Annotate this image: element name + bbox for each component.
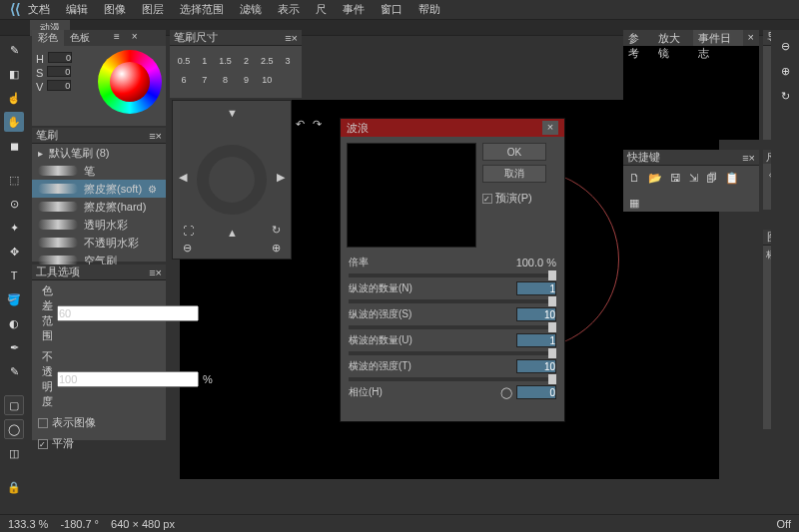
text-tool-icon[interactable]: T	[4, 266, 24, 285]
grid-icon[interactable]: ▦	[629, 197, 639, 210]
phase-input[interactable]	[516, 385, 556, 399]
open-file-icon[interactable]: 📂	[648, 172, 662, 185]
ok-button[interactable]: OK	[482, 143, 546, 161]
statusbar: 133.3 % -180.7 ° 640 × 480 px Off	[0, 514, 799, 532]
nav-ring[interactable]	[197, 145, 267, 215]
hand-tool-icon[interactable]: ✋	[4, 112, 24, 132]
fuzziness-input[interactable]	[57, 305, 199, 321]
tab-magnifier[interactable]: 放大镜	[653, 30, 693, 46]
undo-icon[interactable]: ↶	[296, 118, 305, 131]
brush-tool-icon[interactable]: ✎	[4, 40, 24, 60]
nav-down-icon[interactable]: ▲	[227, 227, 238, 239]
fill-tool-icon[interactable]: 🪣	[4, 289, 24, 309]
move-tool-icon[interactable]: ✥	[4, 242, 24, 262]
close-icon[interactable]: ×	[542, 121, 558, 135]
color-panel: 彩色 色板 ≡× H S V	[32, 30, 166, 126]
nav-rotate-icon[interactable]: ↻	[272, 224, 281, 237]
rotate-icon[interactable]: ↻	[775, 86, 795, 106]
menu-event[interactable]: 事件	[335, 2, 373, 17]
menu-view[interactable]: 表示	[270, 2, 308, 17]
pen-tool-icon[interactable]: ✒	[4, 337, 24, 357]
menu-image[interactable]: 图像	[96, 2, 134, 17]
nav-up-icon[interactable]: ▼	[227, 107, 238, 119]
close-icon[interactable]: ×	[126, 30, 144, 46]
eyedropper-tool-icon[interactable]: ✎	[4, 361, 24, 381]
scale-slider[interactable]	[349, 273, 556, 277]
close-icon[interactable]: ×	[156, 266, 162, 278]
shape-rect-icon[interactable]: ▢	[4, 395, 24, 415]
dialog-title: 波浪	[347, 121, 369, 136]
reference-panel: 参考 放大镜 事件日志 ×	[623, 30, 759, 140]
shortcuts-panel: 快捷键≡× 🗋 📂 🖫 ⇲ 🗐 📋 ▦	[623, 150, 759, 212]
hlen-input[interactable]	[516, 359, 556, 373]
vlen-slider[interactable]	[349, 325, 556, 329]
close-icon[interactable]: ×	[292, 32, 298, 44]
eraser-tool-icon[interactable]: ◧	[4, 64, 24, 84]
gradient-tool-icon[interactable]: ◐	[4, 313, 24, 333]
export-icon[interactable]: ⇲	[689, 172, 698, 185]
close-icon[interactable]: ×	[743, 30, 759, 46]
menu-filter[interactable]: 滤镜	[232, 2, 270, 17]
panel-menu-icon[interactable]: ≡	[108, 30, 126, 46]
redo-icon[interactable]: ↷	[313, 118, 322, 131]
zoom-in-icon[interactable]: ⊕	[775, 61, 795, 81]
nav-fit-icon[interactable]: ⛶	[183, 225, 194, 237]
zoom-in-icon[interactable]: ⊕	[272, 242, 281, 255]
crop-tool-icon[interactable]: ◫	[4, 443, 24, 463]
tab-reference[interactable]: 参考	[623, 30, 653, 46]
lock-icon[interactable]: 🔒	[4, 477, 24, 497]
marquee-tool-icon[interactable]: ⬚	[4, 170, 24, 190]
h-input[interactable]	[48, 52, 72, 63]
close-icon[interactable]: ×	[156, 130, 162, 142]
fg-bg-swatch[interactable]: ◼	[4, 136, 24, 156]
brush-item[interactable]: 擦皮擦(hard)	[32, 198, 166, 216]
smudge-tool-icon[interactable]: ☝	[4, 88, 24, 108]
smooth-checkbox[interactable]	[38, 439, 48, 449]
vcount-input[interactable]	[516, 281, 556, 295]
hlen-slider[interactable]	[349, 377, 556, 381]
opacity-input[interactable]	[57, 371, 199, 387]
copy-icon[interactable]: 🗐	[706, 172, 717, 185]
tab-swatches[interactable]: 色板	[64, 30, 96, 46]
menu-ruler[interactable]: 尺	[308, 2, 335, 17]
nav-right-icon[interactable]: ▶	[277, 171, 285, 184]
vlen-input[interactable]	[516, 307, 556, 321]
brush-size-grid[interactable]: 0.511.522.53 678910	[170, 46, 302, 95]
menu-select[interactable]: 选择范围	[172, 2, 232, 17]
tab-event-log[interactable]: 事件日志	[693, 30, 743, 46]
new-file-icon[interactable]: 🗋	[629, 172, 640, 185]
phase-dial-icon[interactable]: ◯	[500, 386, 512, 399]
nav-left-icon[interactable]: ◀	[179, 171, 187, 184]
h-label: H	[36, 52, 44, 66]
show-image-checkbox[interactable]	[38, 418, 48, 428]
preview-checkbox[interactable]	[482, 194, 492, 204]
menu-help[interactable]: 帮助	[410, 2, 448, 17]
brush-item[interactable]: 不透明水彩	[32, 234, 166, 252]
save-icon[interactable]: 🖫	[670, 172, 681, 185]
cancel-button[interactable]: 取消	[482, 165, 546, 183]
brush-item[interactable]: 透明水彩	[32, 216, 166, 234]
hcount-input[interactable]	[516, 333, 556, 347]
zoom-out-icon[interactable]: ⊖	[183, 242, 192, 255]
zoom-out-icon[interactable]: ⊖	[775, 36, 795, 56]
s-input[interactable]	[47, 66, 71, 77]
shape-circle-icon[interactable]: ◯	[4, 419, 24, 439]
hcount-slider[interactable]	[349, 351, 556, 355]
paste-icon[interactable]: 📋	[725, 172, 739, 185]
brush-preset-header[interactable]: ▸ 默认笔刷 (8)	[32, 144, 166, 162]
color-wheel[interactable]	[98, 50, 162, 114]
wand-tool-icon[interactable]: ✦	[4, 218, 24, 238]
vcount-slider[interactable]	[349, 299, 556, 303]
v-input[interactable]	[47, 80, 71, 91]
brush-item[interactable]: 笔	[32, 162, 166, 180]
menu-window[interactable]: 窗口	[373, 2, 410, 17]
lasso-tool-icon[interactable]: ⊙	[4, 194, 24, 214]
preview-box	[347, 143, 476, 248]
menu-layer[interactable]: 图层	[134, 2, 172, 17]
menu-edit[interactable]: 编辑	[58, 2, 96, 17]
navigator-popup[interactable]: ◀ ▶ ▼ ▲ ⛶ ↻ ⊖ ⊕	[172, 100, 292, 260]
app-logo: ⟨⟨	[2, 1, 28, 17]
close-icon[interactable]: ×	[749, 152, 755, 164]
brush-item[interactable]: 擦皮擦(soft) ⚙	[32, 180, 166, 198]
tab-color[interactable]: 彩色	[32, 30, 64, 46]
